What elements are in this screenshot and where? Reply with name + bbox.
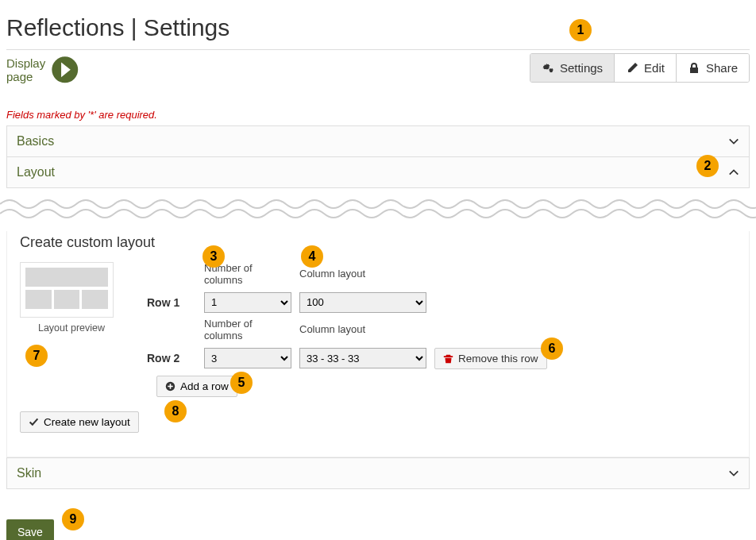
remove-row-label: Remove this row <box>458 353 538 364</box>
page-title: Reflections | Settings <box>0 0 756 49</box>
row-2-column-layout-select[interactable]: 33 - 33 - 33 <box>299 348 426 368</box>
accordion-basics[interactable]: Basics <box>6 125 750 157</box>
tab-share-label: Share <box>706 61 738 75</box>
layout-preview-label: Layout preview <box>20 318 123 334</box>
row-1-num-columns-select[interactable]: 1 <box>204 292 291 313</box>
row-1-column-layout-select[interactable]: 100 <box>299 292 426 313</box>
tab-settings[interactable]: Settings <box>530 54 614 82</box>
layout-preview <box>20 262 114 318</box>
tab-bar: Settings Edit Share <box>530 53 750 83</box>
display-page-label: Display page <box>6 56 45 83</box>
save-button[interactable]: Save <box>6 519 54 540</box>
accordion-skin[interactable]: Skin <box>6 457 750 489</box>
column-header-number: Number of columns <box>204 262 291 287</box>
accordion-basics-label: Basics <box>17 134 54 148</box>
lock-icon <box>688 62 700 75</box>
column-header-number-2: Number of columns <box>204 318 291 343</box>
pencil-icon <box>626 62 638 75</box>
create-new-layout-label: Create new layout <box>44 416 130 428</box>
display-page-link[interactable]: Display page <box>6 55 80 85</box>
plus-circle-icon <box>165 381 176 392</box>
chevron-down-icon <box>728 136 739 147</box>
add-row-button[interactable]: Add a row <box>156 376 237 397</box>
gears-icon <box>542 62 554 75</box>
row-1-label: Row 1 <box>147 296 196 309</box>
required-fields-note: Fields marked by '*' are required. <box>0 85 756 125</box>
column-header-layout: Column layout <box>299 268 426 281</box>
row-2-num-columns-select[interactable]: 3 <box>204 348 291 368</box>
accordion-layout[interactable]: Layout <box>6 157 750 188</box>
add-row-label: Add a row <box>180 380 229 392</box>
remove-row-button[interactable]: Remove this row <box>434 348 547 369</box>
tab-share[interactable]: Share <box>676 54 749 82</box>
accordion-layout-label: Layout <box>17 165 55 179</box>
column-header-layout-2: Column layout <box>299 323 426 337</box>
trash-icon <box>443 353 453 364</box>
create-new-layout-button[interactable]: Create new layout <box>20 411 139 433</box>
accordion-skin-label: Skin <box>17 466 41 480</box>
tab-settings-label: Settings <box>560 61 603 75</box>
check-icon <box>29 417 39 427</box>
chevron-down-icon <box>728 468 739 479</box>
row-2-label: Row 2 <box>147 352 196 364</box>
tab-edit[interactable]: Edit <box>614 54 676 82</box>
chevron-up-icon <box>728 167 739 178</box>
create-custom-layout-title: Create custom layout <box>20 234 736 251</box>
arrow-right-circle-icon <box>50 55 80 85</box>
torn-edge-decoration <box>0 196 756 220</box>
tab-edit-label: Edit <box>644 61 665 75</box>
